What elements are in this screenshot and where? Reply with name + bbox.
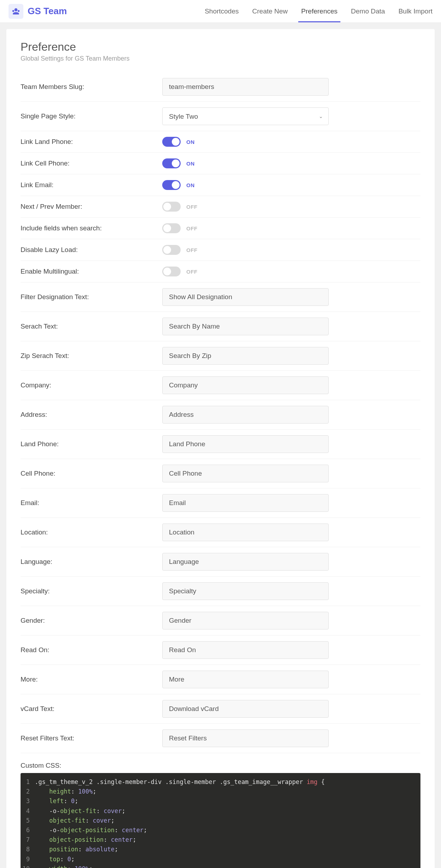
line-content: object-fit: cover; bbox=[35, 816, 420, 825]
field-label: Serach Text: bbox=[21, 323, 162, 330]
field-row: Language: bbox=[21, 547, 420, 577]
field-label: Enable Multilingual: bbox=[21, 268, 162, 275]
line-content: -o-object-fit: cover; bbox=[35, 806, 420, 816]
field-control bbox=[162, 523, 329, 541]
topbar: GS Team ShortcodesCreate NewPreferencesD… bbox=[0, 0, 441, 23]
nav-item-shortcodes[interactable]: Shortcodes bbox=[205, 0, 239, 22]
text-input[interactable] bbox=[162, 700, 329, 718]
text-input[interactable] bbox=[162, 523, 329, 541]
toggle-switch[interactable] bbox=[162, 180, 181, 190]
toggle-state-label: ON bbox=[186, 161, 195, 167]
line-number: 4 bbox=[21, 806, 35, 816]
field-row: Enable Multilingual:OFF bbox=[21, 261, 420, 282]
field-control bbox=[162, 612, 329, 629]
text-input[interactable] bbox=[162, 582, 329, 600]
text-input[interactable] bbox=[162, 612, 329, 629]
field-control: ON bbox=[162, 158, 329, 168]
text-input[interactable] bbox=[162, 465, 329, 482]
code-line: 4 -o-object-fit: cover; bbox=[21, 806, 420, 816]
line-content: object-position: center; bbox=[35, 835, 420, 845]
field-label: Company: bbox=[21, 381, 162, 389]
line-number: 2 bbox=[21, 787, 35, 796]
text-input[interactable] bbox=[162, 376, 329, 394]
field-control bbox=[162, 700, 329, 718]
field-control bbox=[162, 641, 329, 659]
line-number: 7 bbox=[21, 835, 35, 845]
field-label: More: bbox=[21, 676, 162, 683]
field-row: Email: bbox=[21, 488, 420, 518]
code-line: 6 -o-object-position: center; bbox=[21, 825, 420, 835]
field-row: Location: bbox=[21, 518, 420, 547]
text-input[interactable] bbox=[162, 494, 329, 512]
code-line: 7 object-position: center; bbox=[21, 835, 420, 845]
field-row: Next / Prev Member:OFF bbox=[21, 196, 420, 218]
line-content: -o-object-position: center; bbox=[35, 825, 420, 835]
toggle-switch[interactable] bbox=[162, 137, 181, 147]
text-input[interactable] bbox=[162, 318, 329, 335]
nav-item-create-new[interactable]: Create New bbox=[252, 0, 288, 22]
field-control bbox=[162, 671, 329, 688]
code-line: 3 left: 0; bbox=[21, 796, 420, 806]
field-row: Serach Text: bbox=[21, 312, 420, 341]
code-line: 10 width: 100%; bbox=[21, 864, 420, 868]
text-input[interactable] bbox=[162, 641, 329, 659]
field-row: Single Page Style:Style Two⌄ bbox=[21, 102, 420, 131]
text-input[interactable] bbox=[162, 406, 329, 424]
field-row: More: bbox=[21, 665, 420, 694]
field-control bbox=[162, 553, 329, 571]
field-row: Specialty: bbox=[21, 577, 420, 606]
field-control bbox=[162, 347, 329, 365]
field-control: OFF bbox=[162, 245, 329, 255]
custom-css-label: Custom CSS: bbox=[21, 762, 420, 769]
text-input[interactable] bbox=[162, 347, 329, 365]
field-control bbox=[162, 288, 329, 306]
nav-item-demo-data[interactable]: Demo Data bbox=[351, 0, 385, 22]
nav-item-bulk-import[interactable]: Bulk Import bbox=[398, 0, 432, 22]
text-input[interactable] bbox=[162, 671, 329, 688]
toggle-switch[interactable] bbox=[162, 245, 181, 255]
text-input[interactable] bbox=[162, 78, 329, 96]
text-input[interactable] bbox=[162, 435, 329, 453]
brand-logo[interactable]: GS Team bbox=[9, 4, 67, 19]
toggle-switch[interactable] bbox=[162, 267, 181, 276]
field-row: Link Email:ON bbox=[21, 174, 420, 196]
code-line: 8 position: absolute; bbox=[21, 845, 420, 854]
line-number: 1 bbox=[21, 777, 35, 787]
text-input[interactable] bbox=[162, 288, 329, 306]
code-line: 5 object-fit: cover; bbox=[21, 816, 420, 825]
page: Preference Global Settings for GS Team M… bbox=[0, 23, 441, 868]
toggle-switch[interactable] bbox=[162, 223, 181, 233]
field-control bbox=[162, 582, 329, 600]
top-nav: ShortcodesCreate NewPreferencesDemo Data… bbox=[205, 0, 432, 22]
field-control: OFF bbox=[162, 223, 329, 233]
brand-icon bbox=[9, 4, 23, 19]
line-content: left: 0; bbox=[35, 796, 420, 806]
field-row: Filter Designation Text: bbox=[21, 282, 420, 312]
text-input[interactable] bbox=[162, 553, 329, 571]
toggle-state-label: ON bbox=[186, 182, 195, 188]
field-label: Include fields when search: bbox=[21, 224, 162, 232]
select-input[interactable]: Style Two bbox=[162, 107, 329, 125]
field-label: Address: bbox=[21, 411, 162, 419]
field-row: Land Phone: bbox=[21, 430, 420, 459]
field-row: vCard Text: bbox=[21, 694, 420, 724]
page-title: Preference bbox=[21, 40, 420, 54]
text-input[interactable] bbox=[162, 729, 329, 747]
field-control bbox=[162, 729, 329, 747]
nav-item-preferences[interactable]: Preferences bbox=[301, 0, 337, 22]
line-content: position: absolute; bbox=[35, 845, 420, 854]
line-content: width: 100%; bbox=[35, 864, 420, 868]
field-label: Email: bbox=[21, 499, 162, 507]
line-number: 8 bbox=[21, 845, 35, 854]
field-row: Include fields when search:OFF bbox=[21, 218, 420, 239]
page-subtitle: Global Settings for GS Team Members bbox=[21, 55, 420, 62]
field-row: Link Land Phone:ON bbox=[21, 131, 420, 153]
brand-name: GS Team bbox=[28, 6, 67, 17]
preferences-card: Preference Global Settings for GS Team M… bbox=[6, 29, 435, 868]
field-control: OFF bbox=[162, 267, 329, 276]
toggle-switch[interactable] bbox=[162, 202, 181, 212]
custom-css-editor[interactable]: 1.gs_tm_theme_v_2 .single-member-div .si… bbox=[21, 773, 420, 868]
toggle-switch[interactable] bbox=[162, 158, 181, 168]
field-control bbox=[162, 435, 329, 453]
line-content: height: 100%; bbox=[35, 787, 420, 796]
